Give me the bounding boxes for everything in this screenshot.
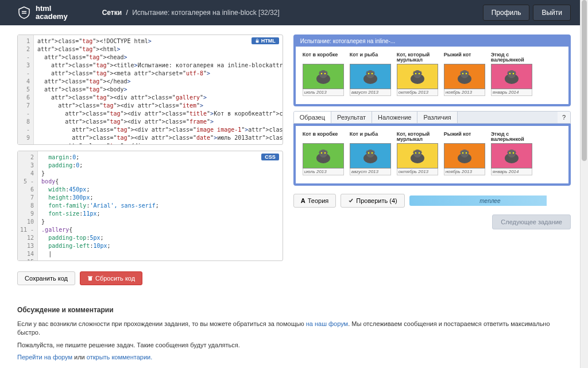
html-gutter: 12 -3 -4567 -8 -9 -1011 -1213141516 -171…: [18, 35, 34, 144]
gallery-card: Кот в коробкеиюль 2013: [303, 132, 344, 175]
card-date: август 2013: [350, 89, 391, 96]
check-icon: [348, 198, 354, 204]
card-date: октябрь 2013: [397, 89, 438, 96]
tab-sample[interactable]: Образец: [294, 112, 331, 123]
card-title: Этюд с валерьянкой: [491, 132, 532, 142]
editor-controls: Сохранить код Сбросить код: [17, 271, 283, 285]
svg-point-37: [321, 152, 322, 154]
scrollbar[interactable]: [580, 0, 588, 368]
logo-text-bottom: academy: [36, 13, 68, 21]
discussion-heading: Обсуждение и комментарии: [17, 306, 571, 314]
svg-point-28: [508, 70, 516, 78]
check-button[interactable]: Проверить (4): [341, 194, 405, 208]
svg-point-44: [372, 152, 373, 154]
goto-forum-link[interactable]: Перейти на форум: [17, 354, 72, 361]
card-date: ноябрь 2013: [444, 89, 485, 96]
svg-point-13: [368, 73, 369, 74]
next-task-button[interactable]: Следующее задание: [492, 214, 571, 229]
gallery-bottom: Кот в коробкеиюль 2013Кот и рыбаавгуст 2…: [303, 132, 562, 175]
svg-point-19: [415, 73, 416, 74]
gallery-card: Рыжий котноябрь 2013: [444, 52, 485, 96]
progress-bar: теплее: [409, 195, 571, 206]
reset-button[interactable]: Сбросить код: [80, 271, 142, 285]
svg-point-52: [461, 150, 469, 158]
crumb-title: Испытание: котогалерея на inline-block […: [132, 9, 280, 17]
discussion-p1: Если у вас возникли сложности при прохож…: [17, 320, 571, 338]
card-image: [397, 143, 438, 168]
card-title: Кот и рыба: [350, 132, 391, 142]
gallery-card: Кот и рыбаавгуст 2013: [350, 132, 391, 175]
tab-overlay[interactable]: Наложение: [372, 112, 417, 123]
card-date: январь 2014: [491, 89, 532, 96]
crumb-sep: /: [126, 9, 127, 17]
theory-button[interactable]: AТеория: [293, 194, 336, 208]
svg-point-55: [462, 152, 463, 154]
preview-bottom: Кот в коробкеиюль 2013Кот и рыбаавгуст 2…: [293, 124, 571, 186]
card-image: [350, 64, 391, 89]
html-badge: HTML: [252, 37, 279, 44]
svg-point-49: [415, 152, 416, 154]
svg-point-40: [366, 150, 374, 158]
css-badge: CSS: [261, 154, 279, 160]
logo-text-top: html: [36, 5, 68, 13]
gallery-card: Кот, который мурлыкалоктябрь 2013: [397, 132, 438, 175]
card-title: Кот и рыба: [350, 52, 391, 63]
gallery-top: Кот в коробкеиюль 2013Кот и рыбаавгуст 2…: [303, 52, 562, 96]
card-date: ноябрь 2013: [444, 168, 485, 175]
forum-link[interactable]: на наш форум: [306, 320, 348, 327]
svg-point-50: [419, 152, 420, 154]
svg-point-34: [319, 150, 327, 158]
card-image: [444, 64, 485, 89]
preview-column: Испытание: котогалерея на inline-... Кот…: [293, 34, 571, 285]
preview-top: Испытание: котогалерея на inline-... Кот…: [293, 34, 571, 106]
tab-diff[interactable]: Различия: [417, 112, 457, 123]
html-editor[interactable]: HTML 12 -3 -4567 -8 -9 -1011 -1213141516…: [17, 34, 283, 145]
card-image: [491, 143, 532, 168]
crumb-root[interactable]: Сетки: [102, 9, 122, 17]
gallery-card: Рыжий котноябрь 2013: [444, 132, 485, 175]
card-image: [397, 64, 438, 89]
save-button[interactable]: Сохранить код: [17, 271, 75, 285]
preview-top-title: Испытание: котогалерея на inline-...: [296, 37, 568, 47]
gallery-card: Этюд с валерьянкойянварь 2014: [491, 132, 532, 175]
shield-icon: [17, 6, 31, 20]
css-gutter: 2345 -67891011 -12131415161718 -19202122…: [18, 151, 38, 260]
gallery-card: Кот в коробкеиюль 2013: [303, 52, 344, 96]
editors-column: HTML 12 -3 -4567 -8 -9 -1011 -1213141516…: [17, 34, 283, 285]
gallery-card: Кот и рыбаавгуст 2013: [350, 52, 391, 96]
gallery-card: Кот, который мурлыкалоктябрь 2013: [397, 52, 438, 96]
svg-point-62: [513, 152, 514, 154]
card-title: Рыжий кот: [444, 52, 485, 63]
svg-point-26: [466, 73, 467, 74]
svg-point-7: [321, 73, 322, 74]
svg-point-58: [508, 150, 516, 158]
svg-point-20: [419, 73, 420, 74]
svg-point-56: [466, 152, 467, 154]
card-title: Рыжий кот: [444, 132, 485, 142]
tab-help[interactable]: ?: [558, 112, 570, 123]
topbar: html academy Сетки / Испытание: котогале…: [0, 0, 588, 25]
svg-point-10: [366, 70, 374, 78]
svg-point-4: [319, 70, 327, 78]
svg-point-25: [462, 73, 463, 74]
svg-point-46: [413, 150, 421, 158]
profile-button[interactable]: Профиль: [483, 5, 530, 21]
bottom-controls: AТеория Проверить (4) теплее: [293, 194, 571, 208]
logo[interactable]: html academy: [17, 5, 68, 21]
css-editor[interactable]: CSS 2345 -67891011 -12131415161718 -1920…: [17, 151, 283, 261]
html-code[interactable]: attr">class="tag"><!DOCTYPE html> attr">…: [34, 35, 283, 144]
card-image: [491, 64, 532, 89]
svg-point-22: [461, 70, 469, 78]
open-comments-link[interactable]: открыть комментарии.: [87, 354, 152, 361]
svg-point-43: [368, 152, 369, 154]
card-date: июль 2013: [303, 168, 344, 175]
card-title: Кот, который мурлыкал: [397, 132, 438, 142]
css-code[interactable]: margin:0; padding:0; } body{ width:450px…: [38, 151, 283, 260]
svg-rect-2: [88, 277, 92, 278]
card-title: Кот в коробке: [303, 52, 344, 63]
logout-button[interactable]: Выйти: [533, 5, 571, 21]
scrollbar-thumb[interactable]: [582, 0, 587, 161]
gallery-card: Этюд с валерьянкойянварь 2014: [491, 52, 532, 96]
svg-point-38: [324, 152, 326, 154]
tab-result[interactable]: Результат: [331, 112, 372, 123]
